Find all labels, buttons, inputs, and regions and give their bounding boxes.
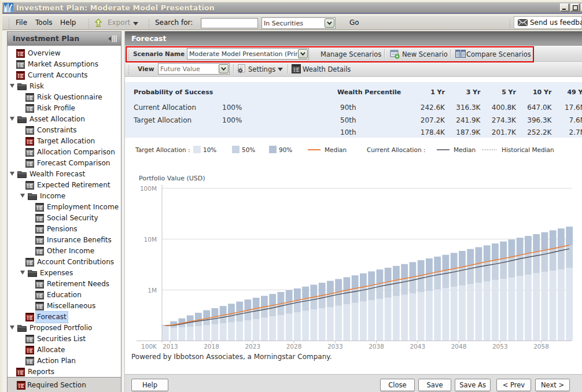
- sidebar-item-allocate[interactable]: Allocate: [8, 345, 121, 356]
- sidebar-item-target-allocation[interactable]: Target Allocation: [8, 136, 121, 147]
- sidebar-item-social-security[interactable]: Social Security: [8, 213, 121, 224]
- expand-collapse-icon[interactable]: [20, 271, 25, 275]
- sidebar-item-pensions[interactable]: Pensions: [8, 224, 121, 235]
- view-select[interactable]: Future Value: [158, 63, 230, 75]
- sidebar-item-expected-retirement[interactable]: Expected Retirement: [8, 180, 121, 191]
- sidebar-item-account-contributions[interactable]: Account Contributions: [8, 257, 121, 268]
- search-input[interactable]: [201, 18, 258, 28]
- sidebar-item-retirement-needs[interactable]: Retirement Needs: [8, 279, 121, 290]
- sidebar-item-forecast[interactable]: Forecast: [8, 312, 121, 323]
- sidebar-item-miscellaneous[interactable]: Miscellaneous: [8, 301, 121, 312]
- toolbar-grip[interactable]: [88, 18, 90, 28]
- export-button[interactable]: Export: [104, 16, 134, 30]
- probability-row-label: Current Allocation: [134, 103, 196, 112]
- toolbar-grip[interactable]: [8, 18, 10, 28]
- sidebar-item-asset-allocation[interactable]: Asset Allocation: [8, 114, 121, 125]
- window-title: Investment Plan: Moderate Model Presenta…: [16, 3, 215, 12]
- percentile-value: 647.0K: [517, 103, 552, 112]
- search-scope-select[interactable]: In Securities: [261, 17, 336, 29]
- svg-text:2028: 2028: [286, 343, 302, 350]
- toolbar-grip[interactable]: [128, 64, 130, 75]
- settings-button[interactable]: Settings: [248, 65, 275, 73]
- scenario-name-label: Scenario Name: [133, 50, 185, 57]
- sidebar-header: Investment Plan: [8, 32, 121, 46]
- sidebar-item-current-accounts[interactable]: Current Accounts: [8, 70, 121, 81]
- manage-scenarios-button[interactable]: Manage Scenarios: [321, 50, 381, 58]
- sidebar-item-forecast-comparison[interactable]: Forecast Comparison: [8, 158, 121, 169]
- expand-collapse-icon[interactable]: [20, 194, 25, 198]
- y-axis-labels: 1M10M100M100K: [140, 185, 157, 350]
- sidebar-item-constraints[interactable]: Constraints: [8, 125, 121, 136]
- chart-bar: [302, 287, 309, 341]
- legend-current-label: Current Allocation :: [367, 146, 425, 153]
- svg-text:2038: 2038: [369, 343, 384, 350]
- sidebar-item-employment-income[interactable]: Employment Income: [8, 202, 121, 213]
- envelope-icon: [518, 19, 528, 26]
- sidebar-item-risk-questionnaire[interactable]: Risk Questionnaire: [8, 92, 121, 103]
- required-page-icon: [25, 346, 34, 354]
- sidebar-item-expenses[interactable]: Expenses: [8, 268, 121, 279]
- chart-bar: [434, 257, 441, 341]
- settings-dropdown-icon[interactable]: [278, 68, 283, 71]
- sidebar-item-label: Asset Allocation: [30, 114, 85, 125]
- sidebar-item-risk-profile[interactable]: Risk Profile: [8, 103, 121, 114]
- chart-bar: [500, 242, 507, 341]
- scenario-select[interactable]: Moderate Model Presentation (Prim: [187, 48, 309, 60]
- save-as-button[interactable]: Save As: [455, 379, 491, 391]
- close-button-footer[interactable]: Close: [380, 379, 415, 391]
- historical-median-line-swatch: [482, 149, 497, 150]
- sidebar-item-insurance-benefits[interactable]: Insurance Benefits: [8, 235, 121, 246]
- sidebar-item-market-assumptions[interactable]: Market Assumptions: [8, 59, 121, 70]
- wealth-details-button[interactable]: Wealth Details: [303, 65, 351, 73]
- collapse-sidebar-icon[interactable]: [108, 35, 117, 42]
- toolbar-grip[interactable]: [148, 18, 150, 28]
- percentile-value: 396.3K: [517, 116, 552, 124]
- view-toolbar: View Future Value: [125, 62, 582, 77]
- export-dropdown-icon[interactable]: [133, 22, 138, 25]
- sidebar-item-allocation-comparison[interactable]: Allocation Comparison: [8, 147, 121, 158]
- sidebar-item-overview[interactable]: Overview: [8, 48, 121, 59]
- maximize-button[interactable]: [570, 3, 580, 12]
- go-button[interactable]: Go: [346, 16, 363, 30]
- chart-bar: [467, 249, 474, 341]
- sidebar-item-proposed-portfolio[interactable]: Proposed Portfolio: [8, 323, 121, 334]
- required-page-icon: [25, 137, 34, 146]
- save-button[interactable]: Save: [418, 379, 451, 391]
- expand-collapse-icon[interactable]: [10, 84, 14, 88]
- sidebar-item-other-income[interactable]: Other Income: [8, 246, 121, 257]
- sidebar-item-education[interactable]: Education: [8, 290, 121, 301]
- sidebar-item-action-plan[interactable]: Action Plan: [8, 356, 121, 367]
- sidebar-item-wealth-forecast[interactable]: Wealth Forecast: [8, 169, 121, 180]
- expand-collapse-icon[interactable]: [10, 172, 14, 176]
- settings-gear-icon: [237, 64, 246, 74]
- sidebar-item-securities-list[interactable]: Securities List: [8, 334, 121, 345]
- menu-file[interactable]: File: [12, 16, 31, 30]
- chart-bar: [245, 299, 252, 341]
- next-button[interactable]: Next >: [535, 379, 570, 391]
- toolbar-grip[interactable]: [128, 49, 130, 60]
- expand-collapse-icon[interactable]: [10, 117, 14, 121]
- chart-bar: [484, 245, 491, 341]
- send-feedback-button[interactable]: Send us feedback: [514, 16, 582, 29]
- chevron-down-icon[interactable]: [219, 64, 229, 73]
- menu-help[interactable]: Help: [57, 16, 79, 30]
- new-scenario-button[interactable]: New Scenario: [402, 50, 448, 58]
- page-icon: [35, 203, 44, 212]
- prev-button[interactable]: < Prev: [496, 379, 531, 391]
- chart-bar: [162, 325, 169, 341]
- chevron-down-icon[interactable]: [298, 49, 308, 58]
- folder-icon: [17, 170, 27, 178]
- menu-tools[interactable]: Tools: [32, 16, 56, 30]
- sidebar-item-risk[interactable]: Risk: [8, 81, 121, 92]
- sidebar-item-label: Allocation Comparison: [37, 147, 115, 158]
- window-controls: [560, 3, 582, 12]
- chevron-down-icon[interactable]: [325, 19, 334, 28]
- toolbar-grip[interactable]: [509, 18, 511, 28]
- expand-collapse-icon[interactable]: [10, 326, 14, 330]
- sidebar-item-reports[interactable]: Reports: [8, 367, 121, 377]
- compare-scenarios-button[interactable]: Compare Scenarios: [466, 50, 531, 58]
- page-icon: [25, 126, 34, 135]
- minimize-button[interactable]: [560, 3, 569, 12]
- help-button[interactable]: Help: [131, 379, 168, 391]
- sidebar-item-income[interactable]: Income: [8, 191, 121, 202]
